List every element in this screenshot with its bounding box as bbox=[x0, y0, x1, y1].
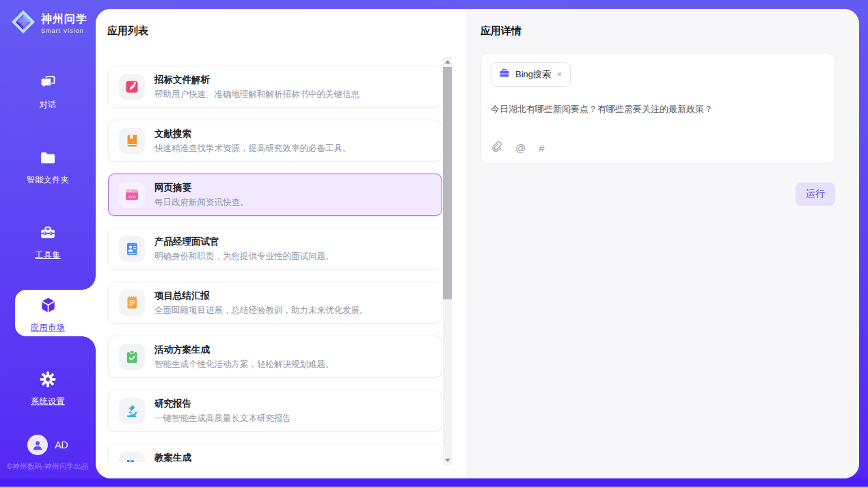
briefcase-icon bbox=[499, 68, 510, 81]
chat-icon bbox=[39, 74, 57, 94]
run-row: 运行 bbox=[480, 182, 835, 206]
sidebar-item-smart-folder[interactable]: 智能文件夹 bbox=[0, 149, 96, 186]
app-card[interactable]: 文献搜索 快速精准查找学术资源，提高研究效率的必备工具。 bbox=[108, 120, 442, 162]
logo-diamond-icon bbox=[11, 10, 36, 37]
app-card-title: 活动方案生成 bbox=[154, 344, 334, 356]
tool-tag-bing-search[interactable]: Bing搜索 × bbox=[491, 62, 571, 87]
pen-square-icon bbox=[119, 74, 145, 100]
app-card-description: 一键智能生成高质量长文本研究报告 bbox=[154, 413, 291, 424]
app-card-title: 文献搜索 bbox=[154, 128, 351, 140]
books-icon bbox=[119, 452, 145, 462]
tag-close-icon[interactable]: × bbox=[556, 70, 562, 79]
app-card-description: 智能生成个性化活动方案，轻松解决规划难题。 bbox=[154, 359, 334, 370]
user-name: AD bbox=[55, 439, 68, 450]
sidebar-item-label: 对话 bbox=[40, 99, 57, 111]
app-card-description: 快速精准查找学术资源，提高研究效率的必备工具。 bbox=[154, 143, 351, 154]
app-card[interactable]: </> 网页摘要 每日政府新闻资讯快查。 bbox=[108, 174, 442, 216]
folder-icon bbox=[39, 149, 57, 170]
book-icon bbox=[119, 128, 145, 154]
app-card-title: 教案生成 bbox=[154, 452, 325, 463]
paperclip-icon[interactable] bbox=[491, 141, 502, 155]
browser-code-icon: </> bbox=[119, 182, 145, 208]
app-card-description: 明确身份和职责，为您提供专业性的面试问题。 bbox=[154, 251, 334, 262]
sidebar-item-label: 工具集 bbox=[35, 249, 61, 261]
copyright-text: ©神州数码·神州问学出品 bbox=[0, 462, 96, 472]
logo-title: 神州问学 bbox=[41, 12, 87, 27]
user-account[interactable]: AD bbox=[0, 435, 96, 455]
mention-icon[interactable]: @ bbox=[515, 143, 526, 153]
app-card[interactable]: 产品经理面试官 明确身份和职责，为您提供专业性的面试问题。 bbox=[108, 228, 442, 270]
app-card-title: 网页摘要 bbox=[154, 182, 249, 194]
app-input-card[interactable]: Bing搜索 × 今日湖北有哪些新闻要点？有哪些需要关注的最新政策？ @ # bbox=[480, 53, 835, 164]
gear-icon bbox=[39, 370, 57, 391]
sidebar-item-toolset[interactable]: 工具集 bbox=[0, 224, 96, 261]
app-card-description: 全面回顾项目进展，总结经验教训，助力未来优化发展。 bbox=[154, 305, 368, 316]
app-card[interactable]: 项目总结汇报 全面回顾项目进展，总结经验教训，助力未来优化发展。 bbox=[108, 282, 442, 324]
app-logo: 神州问学 Smart Vision bbox=[11, 10, 87, 37]
scrollbar-up-arrow-icon[interactable] bbox=[443, 57, 452, 66]
app-card-title: 研究报告 bbox=[154, 398, 291, 410]
notepad-icon bbox=[119, 290, 145, 316]
sidebar-item-app-market[interactable]: 应用市场 bbox=[0, 296, 96, 334]
sidebar-item-settings[interactable]: 系统设置 bbox=[0, 370, 96, 407]
logo-subtitle: Smart Vision bbox=[41, 27, 87, 34]
app-card-title: 产品经理面试官 bbox=[154, 236, 334, 248]
sidebar-item-chat[interactable]: 对话 bbox=[0, 74, 96, 111]
run-button[interactable]: 运行 bbox=[796, 182, 835, 206]
sidebar: 神州问学 Smart Vision 对话 智能文件夹 bbox=[0, 0, 96, 478]
toolbox-icon bbox=[39, 224, 57, 245]
main-content-card: 应用列表 招标文件解析 帮助用户快速、准确地理解和解析招标书中的关键信息 文献搜… bbox=[96, 9, 859, 478]
tool-tag-label: Bing搜索 bbox=[515, 68, 551, 81]
app-list-title: 应用列表 bbox=[107, 25, 148, 38]
app-card-title: 招标文件解析 bbox=[154, 74, 360, 86]
query-text[interactable]: 今日湖北有哪些新闻要点？有哪些需要关注的最新政策？ bbox=[491, 103, 825, 141]
list-scrollbar[interactable] bbox=[443, 57, 452, 465]
microscope-icon bbox=[119, 398, 145, 424]
app-card-description: 帮助用户快速、准确地理解和解析招标书中的关键信息 bbox=[154, 89, 360, 100]
scrollbar-thumb[interactable] bbox=[443, 67, 452, 299]
sidebar-item-label: 系统设置 bbox=[31, 396, 65, 407]
bottom-band bbox=[0, 478, 868, 487]
app-card[interactable]: 活动方案生成 智能生成个性化活动方案，轻松解决规划难题。 bbox=[108, 336, 442, 378]
input-toolbar: @ # bbox=[491, 141, 825, 155]
cube-icon bbox=[39, 296, 57, 317]
person-icon bbox=[31, 439, 44, 451]
svg-text:</>: </> bbox=[128, 194, 135, 199]
app-list-pane: 应用列表 招标文件解析 帮助用户快速、准确地理解和解析招标书中的关键信息 文献搜… bbox=[96, 9, 467, 478]
app-card[interactable]: 招标文件解析 帮助用户快速、准确地理解和解析招标书中的关键信息 bbox=[108, 66, 442, 108]
scrollbar-down-arrow-icon[interactable] bbox=[443, 455, 452, 465]
sidebar-item-label: 应用市场 bbox=[31, 322, 65, 334]
hash-icon[interactable]: # bbox=[539, 143, 544, 153]
app-detail-title: 应用详情 bbox=[480, 25, 835, 38]
app-detail-pane: 应用详情 Bing搜索 × 今日湖北有哪些新闻要点？有哪些需要关注的最新政策？ bbox=[467, 9, 859, 478]
app-card-description: 每日政府新闻资讯快查。 bbox=[154, 197, 249, 208]
app-card[interactable]: 研究报告 一键智能生成高质量长文本研究报告 bbox=[108, 390, 442, 432]
sidebar-item-label: 智能文件夹 bbox=[27, 174, 70, 186]
app-card-title: 项目总结汇报 bbox=[154, 290, 368, 302]
app-list: 招标文件解析 帮助用户快速、准确地理解和解析招标书中的关键信息 文献搜索 快速精… bbox=[108, 53, 442, 462]
app-card[interactable]: 教案生成 模板驱动，教案秒成，教学准备从此轻松快捷 bbox=[108, 444, 442, 462]
clipboard-check-icon bbox=[119, 344, 145, 370]
avatar bbox=[27, 435, 48, 455]
resume-icon bbox=[119, 236, 145, 262]
